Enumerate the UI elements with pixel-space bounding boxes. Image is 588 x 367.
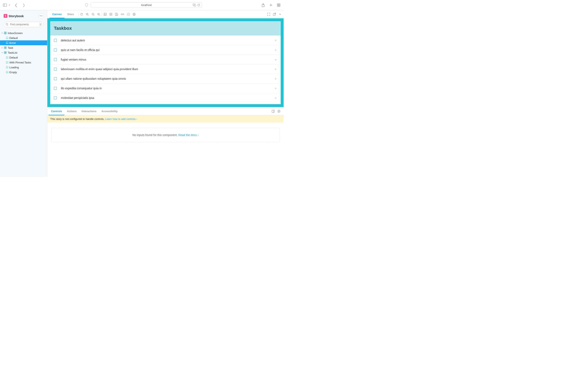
task-checkbox[interactable]	[54, 96, 57, 99]
task-checkbox[interactable]	[54, 87, 57, 90]
tree-story-empty[interactable]: Empty	[0, 70, 47, 75]
remount-icon[interactable]	[80, 13, 83, 16]
svg-rect-43	[111, 15, 112, 16]
story-icon	[6, 37, 8, 39]
warning-link[interactable]: Learn how to add controls ›	[105, 117, 138, 120]
svg-point-14	[42, 16, 43, 16]
task-checkbox[interactable]	[54, 39, 57, 42]
tree-story-with-pinned-tasks[interactable]: With Pinned Tasks	[0, 60, 47, 65]
tabs-icon[interactable]	[277, 3, 281, 7]
tree-story-error[interactable]: Error	[0, 40, 47, 45]
share-icon[interactable]	[261, 3, 265, 7]
chrome-right	[261, 3, 281, 7]
outline-icon[interactable]	[127, 13, 130, 16]
task-row: laboriosam mollitia et enim quasi adipis…	[50, 64, 281, 74]
star-icon[interactable]: ★	[274, 38, 277, 42]
task-title: fugiat veniam minus	[61, 58, 274, 61]
task-title: illo expedita consequatur quia in	[61, 87, 274, 90]
caret-icon: ▾	[2, 52, 4, 54]
sidebar-menu-button[interactable]	[38, 13, 44, 19]
tree-component-tasklist[interactable]: ▾TaskList	[0, 50, 47, 55]
task-row: delectus aut autem★	[50, 35, 281, 45]
reload-icon[interactable]	[197, 4, 200, 7]
star-icon[interactable]: ★	[274, 77, 277, 81]
accessibility-icon[interactable]	[133, 13, 136, 16]
translate-icon[interactable]: A	[193, 4, 196, 7]
copy-link-icon[interactable]	[279, 13, 282, 16]
search-icon	[6, 23, 8, 26]
tab-canvas[interactable]: Canvas	[49, 10, 65, 18]
addons-panel: ControlsActionsInteractionsAccessibility…	[47, 107, 284, 177]
task-row: qui ullam ratione quibusdam voluptatem q…	[50, 74, 281, 83]
addons-orientation-icon[interactable]	[272, 110, 275, 113]
svg-rect-21	[4, 47, 5, 48]
addon-tab-interactions[interactable]: Interactions	[79, 107, 99, 115]
controls-empty: No inputs found for this component. Read…	[52, 128, 279, 142]
task-title: delectus aut autem	[61, 39, 274, 42]
controls-warning: This story is not configured to handle c…	[47, 115, 284, 123]
grid-icon[interactable]	[109, 13, 112, 16]
story-icon	[6, 56, 8, 59]
task-checkbox[interactable]	[54, 58, 57, 61]
url-bar[interactable]: localhost A	[91, 2, 202, 8]
zoom-out-icon[interactable]	[92, 13, 95, 16]
storybook-logo-mark: S	[4, 14, 7, 18]
measure-icon[interactable]	[121, 13, 124, 16]
task-checkbox[interactable]	[54, 77, 57, 80]
tree-story-default[interactable]: Default	[0, 35, 47, 40]
tree-component-task[interactable]: ▸Task	[0, 45, 47, 50]
svg-rect-41	[111, 13, 112, 14]
svg-rect-19	[4, 33, 5, 34]
preview-toolbar: CanvasDocs	[47, 10, 284, 18]
tree-story-loading[interactable]: Loading	[0, 65, 47, 70]
privacy-shield-icon[interactable]	[85, 3, 88, 7]
svg-rect-10	[277, 5, 278, 7]
background-icon[interactable]	[104, 13, 107, 16]
tree-component-inboxscreen[interactable]: ▾InboxScreen	[0, 31, 47, 35]
sidebar-toggle-icon[interactable]	[3, 3, 7, 7]
component-icon	[4, 51, 7, 54]
task-row: quis ut nam facilis et officia qui★	[50, 45, 281, 55]
star-icon[interactable]: ★	[274, 48, 277, 52]
task-checkbox[interactable]	[54, 49, 57, 51]
search-input[interactable]	[4, 22, 44, 27]
fullscreen-icon[interactable]	[267, 13, 270, 16]
addon-tab-accessibility[interactable]: Accessibility	[99, 107, 120, 115]
zoom-reset-icon[interactable]	[97, 13, 100, 16]
component-icon	[4, 32, 7, 34]
tree-story-default[interactable]: Default	[0, 55, 47, 60]
svg-point-13	[41, 16, 42, 16]
svg-rect-27	[4, 53, 5, 54]
url-text: localhost	[141, 3, 151, 7]
viewport-icon[interactable]	[115, 13, 118, 16]
open-new-tab-icon[interactable]	[273, 13, 276, 16]
chrome-left: ▼ ❮ ❯	[3, 3, 26, 7]
task-row: fugiat veniam minus★	[50, 55, 281, 64]
back-icon[interactable]: ❮	[14, 3, 18, 7]
star-icon[interactable]: ★	[274, 67, 277, 71]
chevron-down-icon[interactable]: ▼	[9, 4, 10, 6]
addon-tab-actions[interactable]: Actions	[64, 107, 79, 115]
tab-docs[interactable]: Docs	[65, 10, 77, 18]
addon-tab-controls[interactable]: Controls	[49, 107, 64, 115]
svg-rect-0	[3, 4, 7, 6]
svg-line-34	[94, 15, 94, 16]
plus-icon[interactable]	[269, 3, 273, 7]
svg-rect-22	[6, 47, 7, 48]
forward-icon[interactable]: ❯	[22, 3, 26, 7]
zoom-in-icon[interactable]	[86, 13, 89, 16]
search-shortcut: /	[39, 23, 42, 26]
toolbar-tabs: CanvasDocs	[49, 10, 77, 18]
addon-tabs: ControlsActionsInteractionsAccessibility	[47, 107, 284, 115]
star-icon[interactable]: ★	[274, 86, 277, 90]
svg-point-15	[6, 23, 8, 25]
storybook-logo[interactable]: S Storybook	[4, 14, 24, 18]
svg-rect-11	[279, 5, 280, 7]
addon-tabs-right	[272, 110, 282, 113]
star-icon[interactable]: ★	[274, 96, 277, 100]
star-icon[interactable]: ★	[274, 58, 277, 62]
task-checkbox[interactable]	[54, 68, 57, 71]
empty-link[interactable]: Read the docs ›	[178, 133, 199, 137]
addons-close-icon[interactable]	[277, 110, 280, 113]
app-name: Storybook	[9, 14, 24, 18]
